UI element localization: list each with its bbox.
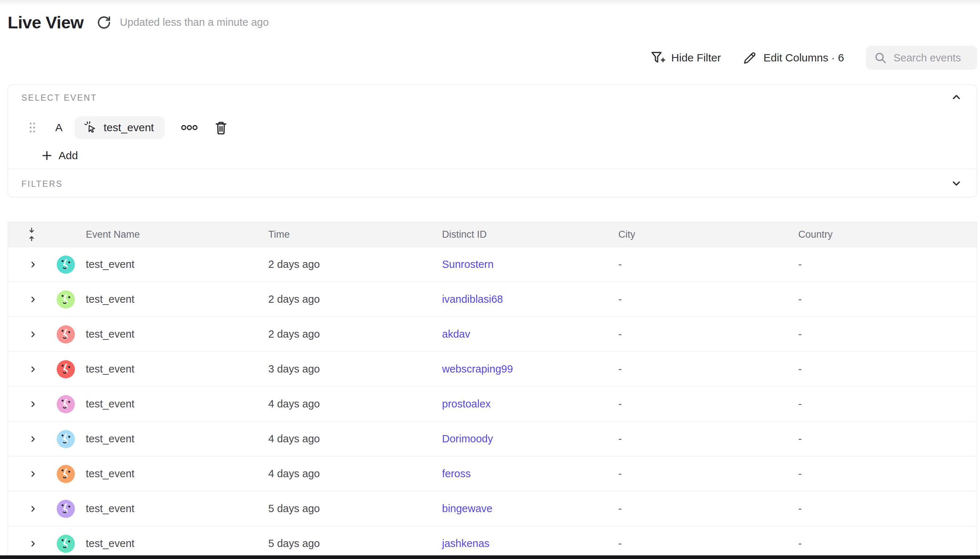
time-cell: 5 days ago bbox=[268, 538, 442, 549]
chevron-up-icon bbox=[950, 91, 962, 103]
chevron-right-icon bbox=[28, 434, 38, 444]
collapse-rows-button[interactable] bbox=[27, 227, 36, 242]
table-row: test_event 2 days ago ivandiblasi68 - - bbox=[8, 282, 977, 317]
expand-row-button[interactable] bbox=[28, 330, 38, 339]
event-name-cell: test_event bbox=[79, 433, 268, 445]
time-cell: 5 days ago bbox=[268, 503, 442, 515]
select-event-section-label: SELECT EVENT bbox=[21, 93, 97, 103]
expand-row-button[interactable] bbox=[28, 434, 38, 444]
event-select-button[interactable]: test_event bbox=[74, 116, 165, 139]
city-cell: - bbox=[618, 363, 798, 375]
distinct-id-link[interactable]: prostoalex bbox=[442, 398, 491, 410]
toolbar: Hide Filter Edit Columns · 6 bbox=[651, 46, 977, 70]
table-row: test_event 2 days ago Sunrostern - - bbox=[8, 247, 977, 282]
chevron-right-icon bbox=[28, 504, 38, 514]
pencil-icon bbox=[743, 51, 757, 65]
city-cell: - bbox=[618, 503, 798, 515]
user-avatar bbox=[57, 395, 75, 413]
distinct-id-link[interactable]: bingewave bbox=[442, 503, 492, 514]
user-avatar bbox=[57, 325, 75, 344]
event-name-cell: test_event bbox=[79, 363, 268, 375]
search-icon bbox=[874, 51, 887, 64]
expand-row-button[interactable] bbox=[28, 365, 38, 374]
distinct-id-link[interactable]: Dorimoody bbox=[442, 433, 493, 445]
expand-row-button[interactable] bbox=[28, 469, 38, 479]
table-body: test_event 2 days ago Sunrostern - - bbox=[8, 247, 977, 559]
distinct-id-link[interactable]: Sunrostern bbox=[442, 258, 494, 270]
city-cell: - bbox=[618, 328, 798, 340]
city-cell: - bbox=[618, 398, 798, 410]
table-header: Event Name Time Distinct ID City Country bbox=[8, 222, 977, 247]
updated-status: Updated less than a minute ago bbox=[120, 17, 269, 28]
cursor-click-icon bbox=[83, 120, 98, 135]
user-avatar bbox=[57, 256, 75, 274]
collapse-select-event-button[interactable] bbox=[950, 91, 962, 104]
time-cell: 4 days ago bbox=[268, 398, 442, 410]
collapse-vertical-icon bbox=[27, 227, 36, 242]
distinct-id-link[interactable]: akdav bbox=[442, 328, 470, 340]
hide-filter-button[interactable]: Hide Filter bbox=[651, 51, 721, 65]
table-row: test_event 2 days ago akdav - - bbox=[8, 317, 977, 352]
chevron-right-icon bbox=[28, 330, 38, 339]
time-cell: 2 days ago bbox=[268, 293, 442, 305]
trash-icon bbox=[214, 120, 228, 135]
user-avatar bbox=[57, 500, 75, 518]
country-cell: - bbox=[798, 328, 977, 340]
query-panel: SELECT EVENT A test_event bbox=[8, 84, 977, 197]
event-name-cell: test_event bbox=[79, 293, 268, 305]
city-cell: - bbox=[618, 538, 798, 549]
filter-plus-icon bbox=[651, 51, 665, 65]
expand-filters-button[interactable] bbox=[950, 178, 962, 190]
add-event-label: Add bbox=[58, 149, 78, 162]
country-cell: - bbox=[798, 363, 977, 375]
delete-event-button[interactable] bbox=[214, 120, 228, 135]
user-avatar bbox=[57, 290, 75, 309]
expand-row-button[interactable] bbox=[28, 295, 38, 304]
distinct-id-link[interactable]: jashkenas bbox=[442, 538, 490, 549]
distinct-id-link[interactable]: feross bbox=[442, 468, 471, 480]
country-cell: - bbox=[798, 503, 977, 515]
country-cell: - bbox=[798, 258, 977, 270]
time-cell: 4 days ago bbox=[268, 433, 442, 445]
add-event-button[interactable]: Add bbox=[41, 149, 78, 162]
time-cell: 2 days ago bbox=[268, 328, 442, 340]
expand-row-button[interactable] bbox=[28, 260, 38, 269]
search-input[interactable] bbox=[893, 51, 969, 64]
country-cell: - bbox=[798, 538, 977, 549]
refresh-button[interactable] bbox=[96, 15, 112, 31]
events-table: Event Name Time Distinct ID City Country bbox=[8, 222, 977, 559]
country-cell: - bbox=[798, 293, 977, 305]
user-avatar bbox=[57, 535, 75, 553]
chevron-right-icon bbox=[28, 295, 38, 304]
edit-columns-button[interactable]: Edit Columns · 6 bbox=[743, 51, 844, 65]
col-header-event-name: Event Name bbox=[79, 229, 268, 240]
expand-row-button[interactable] bbox=[28, 399, 38, 409]
expand-row-button[interactable] bbox=[28, 539, 38, 549]
table-row: test_event 5 days ago jashkenas - - bbox=[8, 526, 977, 559]
top-gradient bbox=[0, 0, 980, 6]
col-header-distinct-id: Distinct ID bbox=[442, 229, 618, 240]
expand-row-button[interactable] bbox=[28, 504, 38, 514]
refresh-icon bbox=[97, 15, 111, 30]
country-cell: - bbox=[798, 433, 977, 445]
plus-icon bbox=[41, 150, 53, 161]
event-name-cell: test_event bbox=[79, 398, 268, 410]
event-select-label: test_event bbox=[104, 121, 154, 134]
distinct-id-link[interactable]: webscraping99 bbox=[442, 363, 513, 375]
table-row: test_event 4 days ago Dorimoody - - bbox=[8, 422, 977, 456]
drag-handle-icon[interactable] bbox=[29, 122, 36, 133]
user-avatar bbox=[57, 360, 75, 378]
time-cell: 4 days ago bbox=[268, 468, 442, 480]
distinct-id-link[interactable]: ivandiblasi68 bbox=[442, 293, 503, 305]
edit-columns-label: Edit Columns · 6 bbox=[764, 51, 844, 64]
hide-filter-label: Hide Filter bbox=[671, 51, 721, 64]
user-avatar bbox=[57, 430, 75, 448]
filters-section[interactable]: FILTERS bbox=[8, 169, 977, 197]
table-row: test_event 5 days ago bingewave - - bbox=[8, 491, 977, 526]
dots-menu-icon bbox=[181, 124, 198, 131]
country-cell: - bbox=[798, 398, 977, 410]
table-row: test_event 4 days ago prostoalex - - bbox=[8, 387, 977, 422]
event-name-cell: test_event bbox=[79, 468, 268, 480]
col-header-city: City bbox=[618, 229, 798, 240]
event-options-button[interactable] bbox=[181, 124, 198, 131]
